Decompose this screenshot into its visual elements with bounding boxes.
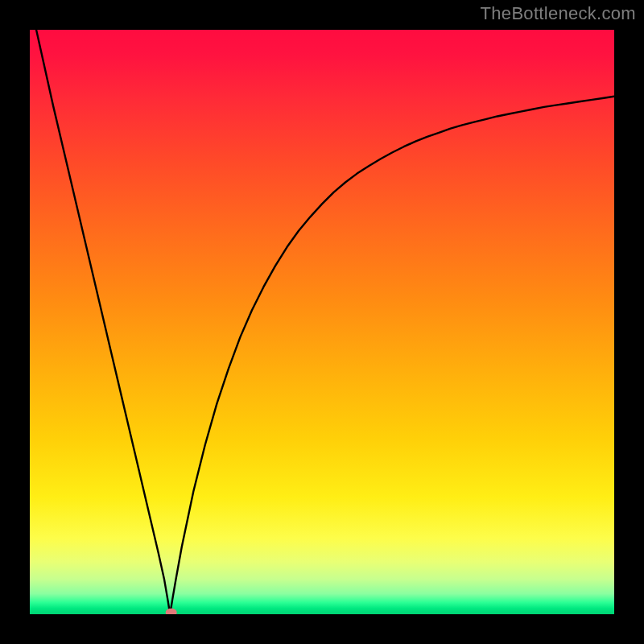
bottleneck-curve	[30, 30, 614, 614]
watermark-text: TheBottleneck.com	[481, 3, 636, 24]
chart-frame: TheBottleneck.com	[0, 0, 644, 644]
bottleneck-curve-svg	[30, 30, 614, 614]
notch-marker	[166, 609, 177, 614]
plot-area	[30, 30, 614, 614]
